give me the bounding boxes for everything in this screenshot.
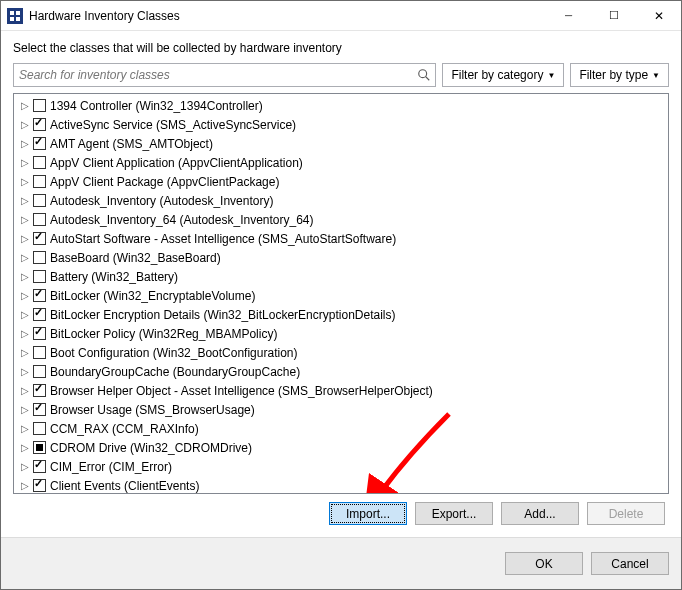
svg-rect-1 <box>16 11 20 15</box>
expand-icon[interactable]: ▷ <box>18 119 32 130</box>
filter-category-label: Filter by category <box>451 68 543 82</box>
expand-icon[interactable]: ▷ <box>18 480 32 491</box>
tree-item[interactable]: ▷AppV Client Application (AppvClientAppl… <box>14 153 668 172</box>
filter-by-type-button[interactable]: Filter by type ▼ <box>570 63 669 87</box>
tree-item[interactable]: ▷BitLocker Encryption Details (Win32_Bit… <box>14 305 668 324</box>
checkbox[interactable] <box>33 194 46 207</box>
tree-item[interactable]: ▷Browser Usage (SMS_BrowserUsage) <box>14 400 668 419</box>
tree-item[interactable]: ▷1394 Controller (Win32_1394Controller) <box>14 96 668 115</box>
minimize-button[interactable] <box>546 1 591 30</box>
svg-rect-2 <box>10 17 14 21</box>
checkbox[interactable] <box>33 289 46 302</box>
close-button[interactable] <box>636 1 681 30</box>
expand-icon[interactable]: ▷ <box>18 176 32 187</box>
expand-icon[interactable]: ▷ <box>18 157 32 168</box>
tree-item-label: BitLocker (Win32_EncryptableVolume) <box>50 289 255 303</box>
expand-icon[interactable]: ▷ <box>18 404 32 415</box>
tree-item-label: CCM_RAX (CCM_RAXInfo) <box>50 422 199 436</box>
expand-icon[interactable]: ▷ <box>18 195 32 206</box>
window-controls <box>546 1 681 30</box>
tree-item[interactable]: ▷AMT Agent (SMS_AMTObject) <box>14 134 668 153</box>
tree-item[interactable]: ▷CIM_Error (CIM_Error) <box>14 457 668 476</box>
checkbox[interactable] <box>33 479 46 492</box>
tree-item[interactable]: ▷Client Events (ClientEvents) <box>14 476 668 493</box>
tree-item[interactable]: ▷CDROM Drive (Win32_CDROMDrive) <box>14 438 668 457</box>
expand-icon[interactable]: ▷ <box>18 290 32 301</box>
tree-item[interactable]: ▷Browser Helper Object - Asset Intellige… <box>14 381 668 400</box>
checkbox[interactable] <box>33 213 46 226</box>
expand-icon[interactable]: ▷ <box>18 347 32 358</box>
expand-icon[interactable]: ▷ <box>18 138 32 149</box>
checkbox[interactable] <box>33 137 46 150</box>
maximize-button[interactable] <box>591 1 636 30</box>
expand-icon[interactable]: ▷ <box>18 214 32 225</box>
tree-item-label: Client Events (ClientEvents) <box>50 479 199 493</box>
expand-icon[interactable]: ▷ <box>18 366 32 377</box>
checkbox[interactable] <box>33 327 46 340</box>
chevron-down-icon: ▼ <box>547 71 555 80</box>
class-list-container: ▷1394 Controller (Win32_1394Controller)▷… <box>13 93 669 494</box>
delete-button[interactable]: Delete <box>587 502 665 525</box>
window-title: Hardware Inventory Classes <box>29 9 546 23</box>
checkbox[interactable] <box>33 308 46 321</box>
tree-item[interactable]: ▷AppV Client Package (AppvClientPackage) <box>14 172 668 191</box>
tree-item-label: Browser Helper Object - Asset Intelligen… <box>50 384 433 398</box>
checkbox[interactable] <box>33 118 46 131</box>
expand-icon[interactable]: ▷ <box>18 328 32 339</box>
checkbox[interactable] <box>33 384 46 397</box>
expand-icon[interactable]: ▷ <box>18 385 32 396</box>
expand-icon[interactable]: ▷ <box>18 271 32 282</box>
checkbox[interactable] <box>33 346 46 359</box>
add-button[interactable]: Add... <box>501 502 579 525</box>
tree-item[interactable]: ▷Autodesk_Inventory (Autodesk_Inventory) <box>14 191 668 210</box>
tree-item[interactable]: ▷BaseBoard (Win32_BaseBoard) <box>14 248 668 267</box>
tree-item-label: CDROM Drive (Win32_CDROMDrive) <box>50 441 252 455</box>
tree-item-label: CIM_Error (CIM_Error) <box>50 460 172 474</box>
tree-item-label: BitLocker Encryption Details (Win32_BitL… <box>50 308 395 322</box>
checkbox[interactable] <box>33 441 46 454</box>
tree-item-label: AppV Client Application (AppvClientAppli… <box>50 156 303 170</box>
tree-item-label: BaseBoard (Win32_BaseBoard) <box>50 251 221 265</box>
svg-rect-0 <box>10 11 14 15</box>
expand-icon[interactable]: ▷ <box>18 100 32 111</box>
checkbox[interactable] <box>33 270 46 283</box>
checkbox[interactable] <box>33 422 46 435</box>
import-button[interactable]: Import... <box>329 502 407 525</box>
filter-by-category-button[interactable]: Filter by category ▼ <box>442 63 564 87</box>
tree-item-label: AutoStart Software - Asset Intelligence … <box>50 232 396 246</box>
svg-rect-3 <box>16 17 20 21</box>
tree-item[interactable]: ▷Autodesk_Inventory_64 (Autodesk_Invento… <box>14 210 668 229</box>
tree-item[interactable]: ▷Boot Configuration (Win32_BootConfigura… <box>14 343 668 362</box>
expand-icon[interactable]: ▷ <box>18 423 32 434</box>
tree-item[interactable]: ▷CCM_RAX (CCM_RAXInfo) <box>14 419 668 438</box>
expand-icon[interactable]: ▷ <box>18 252 32 263</box>
tree-item-label: Autodesk_Inventory_64 (Autodesk_Inventor… <box>50 213 314 227</box>
tree-item[interactable]: ▷ActiveSync Service (SMS_ActiveSyncServi… <box>14 115 668 134</box>
search-input[interactable] <box>14 64 435 86</box>
expand-icon[interactable]: ▷ <box>18 461 32 472</box>
checkbox[interactable] <box>33 175 46 188</box>
class-list-scroll[interactable]: ▷1394 Controller (Win32_1394Controller)▷… <box>14 94 668 493</box>
expand-icon[interactable]: ▷ <box>18 233 32 244</box>
checkbox[interactable] <box>33 156 46 169</box>
cancel-button[interactable]: Cancel <box>591 552 669 575</box>
titlebar: Hardware Inventory Classes <box>1 1 681 31</box>
checkbox[interactable] <box>33 365 46 378</box>
checkbox[interactable] <box>33 251 46 264</box>
tree-item[interactable]: ▷AutoStart Software - Asset Intelligence… <box>14 229 668 248</box>
tree-item-label: ActiveSync Service (SMS_ActiveSyncServic… <box>50 118 296 132</box>
tree-item[interactable]: ▷BitLocker (Win32_EncryptableVolume) <box>14 286 668 305</box>
tree-item[interactable]: ▷BoundaryGroupCache (BoundaryGroupCache) <box>14 362 668 381</box>
expand-icon[interactable]: ▷ <box>18 442 32 453</box>
checkbox[interactable] <box>33 99 46 112</box>
tree-item-label: Browser Usage (SMS_BrowserUsage) <box>50 403 255 417</box>
action-button-row: Import... Export... Add... Delete <box>13 494 669 529</box>
checkbox[interactable] <box>33 460 46 473</box>
ok-button[interactable]: OK <box>505 552 583 575</box>
checkbox[interactable] <box>33 232 46 245</box>
tree-item[interactable]: ▷BitLocker Policy (Win32Reg_MBAMPolicy) <box>14 324 668 343</box>
export-button[interactable]: Export... <box>415 502 493 525</box>
expand-icon[interactable]: ▷ <box>18 309 32 320</box>
tree-item[interactable]: ▷Battery (Win32_Battery) <box>14 267 668 286</box>
checkbox[interactable] <box>33 403 46 416</box>
